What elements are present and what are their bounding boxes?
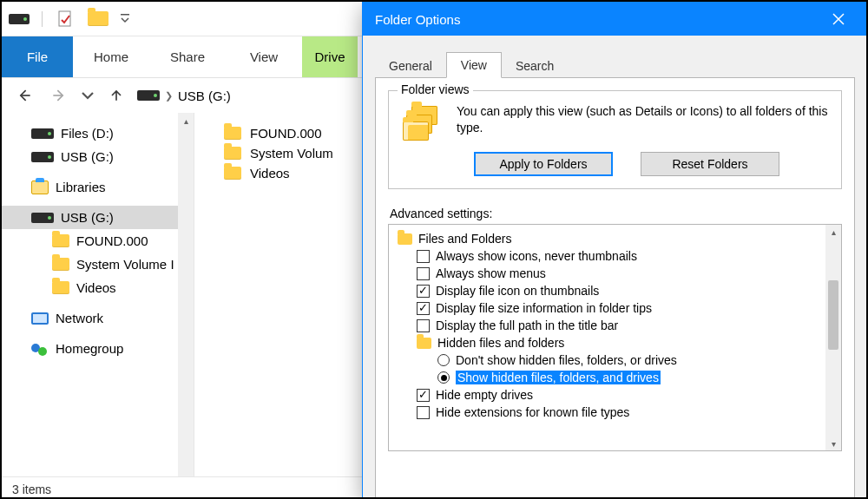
tree-item-label: Files (D:) [61,126,114,141]
drive-icon[interactable] [9,9,30,30]
tab-panel-view: Folder views You can apply this view (su… [375,77,855,498]
settings-group: Hidden files and folders [392,334,822,351]
reset-folders-button[interactable]: Reset Folders [641,152,779,176]
folder-icon[interactable] [88,9,108,30]
document-check-icon[interactable] [55,9,76,30]
tree-item-label: Videos [76,280,116,295]
folder-item-label: System Volum [250,146,333,161]
settings-option-label: Hidden files and folders [437,336,564,350]
tree-item-label: System Volume I [76,257,174,272]
advanced-settings-tree[interactable]: Files and FoldersAlways show icons, neve… [389,225,825,450]
tab-general[interactable]: General [375,54,446,78]
chevron-right-icon: ❯ [165,90,173,102]
tab-share[interactable]: Share [149,36,226,77]
tab-home[interactable]: Home [73,36,149,77]
tree-item[interactable]: USB (G:) [2,145,194,168]
folder-icon [52,258,69,271]
advanced-settings-box: Files and FoldersAlways show icons, neve… [388,224,842,451]
status-text: 3 items [12,483,51,496]
tree-item[interactable]: System Volume I [2,253,194,276]
advanced-scrollbar[interactable]: ▴ ▾ [825,225,841,450]
close-button[interactable] [819,3,858,36]
settings-option-label: Display file icon on thumbnails [436,284,599,298]
settings-option-label: Display file size information in folder … [436,301,652,315]
folder-icon [224,127,241,140]
settings-option-label: Files and Folders [418,232,511,246]
checkbox-icon [417,319,430,332]
tree-item-label: USB (G:) [61,210,114,225]
history-chevron-icon[interactable] [80,82,95,109]
settings-option[interactable]: Always show icons, never thumbnails [392,247,822,265]
tree-item[interactable]: Files (D:) [2,121,194,145]
qat-separator [42,11,43,27]
folder-icon [224,167,241,180]
settings-option-label: Hide empty drives [436,388,533,402]
tree-item[interactable]: Homegroup [2,337,194,360]
settings-option-label: Show hidden files, folders, and drives [456,371,661,384]
settings-option[interactable]: Display file icon on thumbnails [392,282,822,299]
scroll-down-icon[interactable]: ▾ [832,437,836,450]
drive-icon [31,128,54,139]
breadcrumb[interactable]: ❯ USB (G:) [137,89,231,103]
radio-icon [437,371,450,384]
folder-icon [52,281,69,294]
advanced-settings-label: Advanced settings: [390,207,842,220]
tree-item[interactable]: Videos [2,276,194,299]
settings-option[interactable]: Hide empty drives [392,386,822,404]
settings-option[interactable]: Hide extensions for known file types [392,404,822,421]
scroll-thumb[interactable] [828,280,838,350]
radio-icon [437,354,450,366]
settings-option[interactable]: Don't show hidden files, folders, or dri… [392,351,822,369]
settings-option[interactable]: Display file size information in folder … [392,299,822,317]
tree-item[interactable]: Libraries [2,175,194,199]
tree-item-label: Homegroup [56,341,123,356]
context-tab-drive[interactable]: Drive [302,36,358,77]
back-button[interactable] [10,82,38,109]
network-icon [31,312,49,325]
checkbox-icon [417,250,430,263]
tab-search[interactable]: Search [502,54,568,78]
scroll-up-icon[interactable]: ▴ [832,225,836,239]
tab-view[interactable]: View [446,52,502,78]
folder-icon [52,234,69,247]
dialog-titlebar[interactable]: Folder Options [363,3,867,36]
settings-option[interactable]: Display the full path in the title bar [392,317,822,334]
dialog-title: Folder Options [375,12,460,27]
apply-to-folders-button[interactable]: Apply to Folders [474,152,613,176]
tree-item[interactable]: FOUND.000 [2,229,194,253]
checkbox-icon [417,302,430,315]
tree-item[interactable]: USB (G:) [2,206,194,229]
up-button[interactable] [102,82,130,109]
settings-option-label: Always show menus [436,266,546,280]
folders-stack-icon [399,103,444,143]
homegroup-icon [31,342,49,356]
checkbox-icon [417,285,430,298]
folder-item-label: Videos [250,166,290,181]
tree-item-label: Network [56,311,103,325]
tree-scrollbar[interactable]: ▴ [178,113,194,476]
forward-button[interactable] [45,82,73,109]
nav-tree[interactable]: ▴ Files (D:)USB (G:)LibrariesUSB (G:)FOU… [2,113,194,476]
tree-item-label: FOUND.000 [76,233,148,248]
drive-icon [137,90,160,101]
checkbox-icon [417,406,430,419]
tree-item-label: USB (G:) [61,149,114,164]
checkbox-icon [417,267,430,280]
tab-view[interactable]: View [226,36,302,77]
tree-item[interactable]: Network [2,306,194,330]
file-tab[interactable]: File [2,36,73,77]
folder-icon [417,338,431,349]
qat-menu-chevron-icon[interactable] [121,13,129,25]
folder-icon [224,147,241,160]
settings-option-label: Always show icons, never thumbnails [436,249,637,263]
settings-option[interactable]: Always show menus [392,265,822,282]
dialog-tab-strip: General View Search [363,36,867,77]
folder-views-text: You can apply this view (such as Details… [457,103,831,143]
libraries-icon [31,181,49,194]
breadcrumb-location: USB (G:) [178,89,231,103]
checkbox-icon [417,389,430,402]
folder-views-groupbox: Folder views You can apply this view (su… [388,90,842,189]
svg-rect-0 [59,11,70,26]
settings-option-label: Hide extensions for known file types [436,405,629,419]
settings-option[interactable]: Show hidden files, folders, and drives [392,369,822,386]
